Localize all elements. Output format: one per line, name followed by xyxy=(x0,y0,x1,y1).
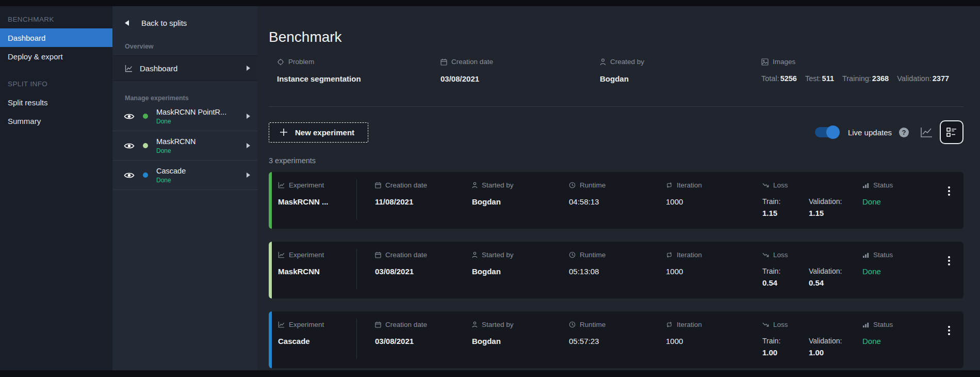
meta-images: Images Total:5256 Test:511 Training:2368… xyxy=(761,58,949,83)
cell-experiment: MaskRCNN ... xyxy=(278,197,329,206)
cell-started-by: Bogdan xyxy=(472,267,514,276)
calendar-icon xyxy=(375,321,381,328)
primary-sidebar: BENCHMARK Dashboard Deploy & export SPLI… xyxy=(0,6,112,370)
person-icon xyxy=(472,182,478,189)
cell-iteration: 1000 xyxy=(666,337,702,345)
loss-validation-label: Validation: xyxy=(809,337,842,345)
experiments-toolbar: New experiment Live updates ? xyxy=(269,120,963,144)
cell-started-by: Bogdan xyxy=(472,337,514,345)
loss-train-label: Train: xyxy=(762,267,795,275)
loss-train-label: Train: xyxy=(762,337,795,345)
calendar-icon xyxy=(440,58,447,66)
sidebar-item-dashboard[interactable]: Dashboard xyxy=(0,28,112,47)
problem-target-icon xyxy=(277,58,284,66)
column-label: Started by xyxy=(482,321,514,328)
live-updates-toggle[interactable] xyxy=(815,127,839,137)
window-bottom-band xyxy=(0,370,980,377)
experiment-color-bar xyxy=(269,242,272,299)
experiment-chart-icon xyxy=(278,182,285,189)
eye-visibility-icon[interactable] xyxy=(124,171,135,179)
cell-started-by: Bogdan xyxy=(472,197,514,206)
panel-item-dashboard[interactable]: Dashboard xyxy=(112,55,257,81)
cell-loss-train: 1.00 xyxy=(762,348,795,357)
experiment-name: MaskRCNN PointR... xyxy=(156,108,247,116)
experiments-list: Experiment MaskRCNN ... Creation date 11… xyxy=(269,172,963,368)
overview-section-label: Overview xyxy=(112,43,257,50)
cell-experiment: Cascade xyxy=(278,337,324,345)
kebab-menu-button[interactable] xyxy=(946,324,952,337)
meta-problem-value: Instance segmentation xyxy=(277,74,361,83)
meta-images-label: Images xyxy=(773,58,795,66)
cell-iteration: 1000 xyxy=(666,197,702,206)
status-bars-icon xyxy=(862,321,869,328)
help-icon[interactable]: ? xyxy=(899,128,909,137)
experiment-status: Done xyxy=(156,177,247,184)
benchmark-meta-row: Problem Instance segmentation Creation d… xyxy=(269,58,963,95)
experiment-card[interactable]: Experiment MaskRCNN Creation date 03/08/… xyxy=(269,242,963,299)
experiment-card[interactable]: Experiment Cascade Creation date 03/08/2… xyxy=(269,311,963,368)
new-experiment-button[interactable]: New experiment xyxy=(269,122,368,143)
cell-creation-date: 11/08/2021 xyxy=(375,197,427,206)
panel-experiment-item[interactable]: MaskRCNN PointR... Done xyxy=(112,102,257,131)
column-label: Experiment xyxy=(289,181,324,189)
column-label: Status xyxy=(873,181,893,189)
sidebar-item-deploy-export[interactable]: Deploy & export xyxy=(0,47,112,66)
app-window: BENCHMARK Dashboard Deploy & export SPLI… xyxy=(0,0,980,377)
kebab-menu-button[interactable] xyxy=(946,184,952,198)
cell-iteration: 1000 xyxy=(666,267,702,276)
experiment-color-dot xyxy=(143,172,148,178)
loss-trend-down-icon xyxy=(762,182,769,189)
column-label: Creation date xyxy=(385,251,427,259)
panel-experiment-item[interactable]: MaskRCNN Done xyxy=(112,131,257,161)
iteration-repeat-icon xyxy=(666,252,673,258)
sidebar-item-summary[interactable]: Summary xyxy=(0,112,112,130)
card-divider xyxy=(356,319,357,359)
list-view-button[interactable] xyxy=(940,120,963,144)
column-label: Loss xyxy=(773,251,788,259)
meta-created-by-label: Created by xyxy=(610,58,644,66)
chevron-right-icon xyxy=(247,66,250,71)
meta-created-by: Created by Bogdan xyxy=(600,58,644,83)
experiment-name: Cascade xyxy=(156,167,247,175)
column-label: Runtime xyxy=(580,321,606,328)
chart-view-button[interactable] xyxy=(920,127,933,138)
column-label: Experiment xyxy=(289,251,324,259)
eye-visibility-icon[interactable] xyxy=(124,113,135,120)
column-label: Started by xyxy=(482,181,514,189)
column-label: Loss xyxy=(773,181,788,189)
list-view-icon xyxy=(946,127,957,138)
back-to-splits-button[interactable]: Back to splits xyxy=(112,6,257,27)
column-label: Iteration xyxy=(677,251,702,259)
kebab-menu-button[interactable] xyxy=(946,254,952,268)
new-experiment-label: New experiment xyxy=(295,128,354,137)
iteration-repeat-icon xyxy=(666,321,673,328)
meta-creation-date: Creation date 03/08/2021 xyxy=(440,58,493,83)
column-label: Iteration xyxy=(677,181,702,189)
chevron-right-icon xyxy=(247,172,250,178)
experiment-card[interactable]: Experiment MaskRCNN ... Creation date 11… xyxy=(269,172,963,229)
plus-icon xyxy=(280,128,288,136)
cell-status: Done xyxy=(862,337,893,345)
experiments-count: 3 experiments xyxy=(269,156,963,165)
eye-visibility-icon[interactable] xyxy=(124,142,135,150)
column-label: Started by xyxy=(482,251,514,259)
column-label: Runtime xyxy=(580,181,606,189)
view-controls: Live updates ? xyxy=(815,120,963,144)
card-divider xyxy=(356,249,357,289)
benchmark-panel: Back to splits Overview Dashboard Manage… xyxy=(112,6,257,370)
cell-creation-date: 03/08/2021 xyxy=(375,267,427,276)
header-separator xyxy=(269,106,963,107)
loss-trend-down-icon xyxy=(762,321,769,328)
person-icon xyxy=(472,252,478,258)
column-label: Status xyxy=(873,321,893,328)
person-icon xyxy=(600,58,606,66)
cell-status: Done xyxy=(862,267,893,276)
sidebar-section-split-info: SPLIT INFO xyxy=(0,80,112,88)
sidebar-item-split-results[interactable]: Split results xyxy=(0,93,112,112)
experiment-status: Done xyxy=(156,118,247,125)
manage-experiments-label: Manage experiments xyxy=(112,95,257,102)
chevron-right-icon xyxy=(247,114,250,119)
panel-experiment-item[interactable]: Cascade Done xyxy=(112,161,257,190)
cell-loss-train: 0.54 xyxy=(762,278,795,287)
column-label: Iteration xyxy=(677,321,702,328)
